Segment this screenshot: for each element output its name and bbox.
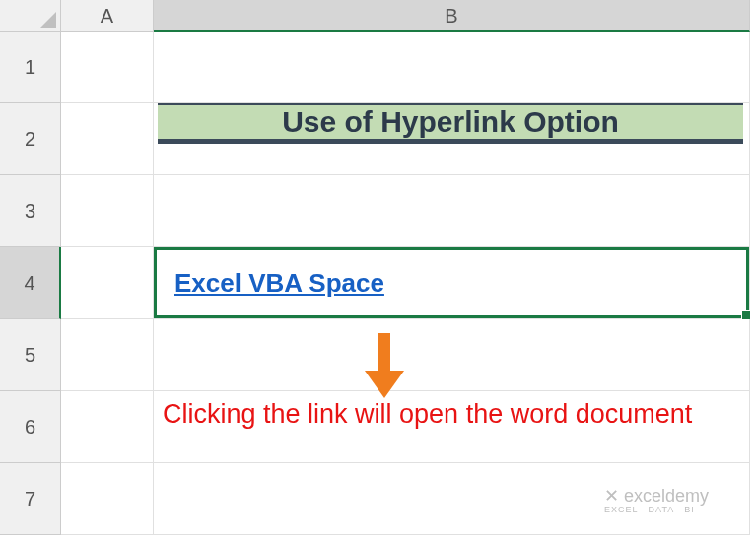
row-header-1[interactable]: 1 — [0, 32, 61, 103]
watermark: ✕ exceldemy EXCEL · DATA · BI — [604, 487, 709, 514]
hyperlink[interactable]: Excel VBA Space — [174, 268, 384, 299]
row-header-4[interactable]: 4 — [0, 247, 61, 319]
row-header-2[interactable]: 2 — [0, 103, 61, 175]
watermark-tagline: EXCEL · DATA · BI — [604, 506, 709, 514]
cell-b2[interactable]: Use of Hyperlink Option — [154, 103, 750, 175]
cell-b1[interactable] — [154, 32, 750, 103]
select-all-triangle-icon — [40, 12, 56, 28]
column-header-a[interactable]: A — [61, 0, 154, 32]
spreadsheet-grid: A B 1 2 Use of Hyperlink Option 3 4 Exce… — [0, 0, 756, 535]
active-cell-border: Excel VBA Space — [154, 247, 749, 318]
cell-a5[interactable] — [61, 319, 154, 391]
cell-b5[interactable] — [154, 319, 750, 391]
title-banner: Use of Hyperlink Option — [158, 103, 743, 144]
cell-a1[interactable] — [61, 32, 154, 103]
row-header-7[interactable]: 7 — [0, 463, 61, 535]
cell-b4[interactable]: Excel VBA Space — [154, 247, 750, 319]
cell-a2[interactable] — [61, 103, 154, 175]
cell-a4[interactable] — [61, 247, 154, 319]
watermark-brand: ✕ exceldemy — [604, 487, 709, 506]
svg-marker-0 — [40, 12, 56, 28]
row-header-5[interactable]: 5 — [0, 319, 61, 391]
row-header-3[interactable]: 3 — [0, 175, 61, 247]
row-header-6[interactable]: 6 — [0, 391, 61, 463]
select-all-corner[interactable] — [0, 0, 61, 32]
cell-a6[interactable] — [61, 391, 154, 463]
cell-a3[interactable] — [61, 175, 154, 247]
cell-b3[interactable] — [154, 175, 750, 247]
annotation-text: Clicking the link will open the word doc… — [163, 396, 692, 434]
column-header-b[interactable]: B — [154, 0, 750, 32]
cell-a7[interactable] — [61, 463, 154, 535]
